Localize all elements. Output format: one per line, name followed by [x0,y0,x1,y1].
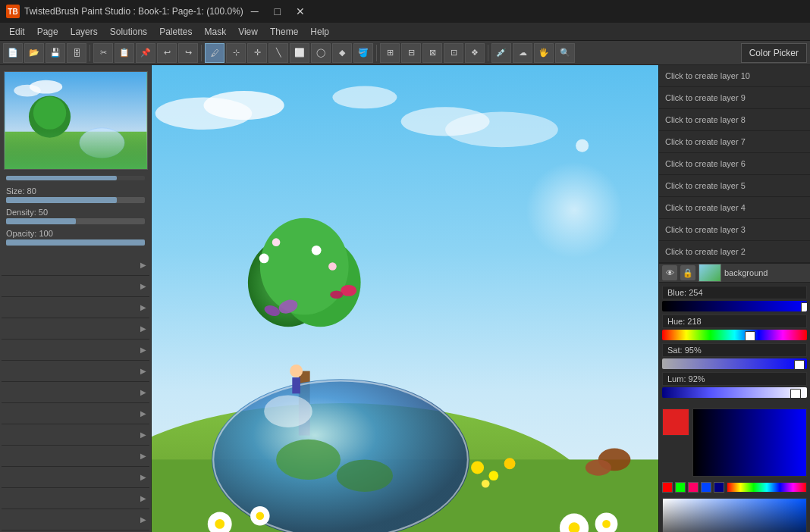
menu-mask[interactable]: Mask [198,25,232,39]
menu-edit[interactable]: Edit [3,25,31,39]
tb-ellipse-tool[interactable]: ◯ [311,43,331,63]
blue-slider-handle[interactable] [801,302,807,311]
hue-slider[interactable] [662,330,807,340]
color-preset-blue[interactable] [701,482,711,493]
brush-item-6[interactable]: ▶ [2,361,149,382]
svg-point-6 [29,80,61,94]
tb-grid1[interactable]: ⊞ [380,43,400,63]
tb-smudge[interactable]: ☁ [513,43,532,63]
color-preset-pink[interactable] [688,482,699,493]
tb-grid2[interactable]: ⊟ [401,43,421,63]
layer-item-7[interactable]: Click to create layer 7 [659,131,810,153]
tb-eyedropper[interactable]: 💉 [491,43,511,63]
brush-item-12[interactable]: ▶ [2,488,149,509]
brush-item-7[interactable]: ▶ [2,382,149,403]
layer-item-10[interactable]: Click to create layer 10 [659,65,810,87]
layer-item-6[interactable]: Click to create layer 6 [659,153,810,175]
size-bar-row [0,176,151,183]
layer-lock-icon[interactable]: 🔒 [680,265,695,280]
tb-diamond-tool[interactable]: ◆ [332,43,352,63]
density-slider-track[interactable] [6,218,145,224]
layer-item-8[interactable]: Click to create layer 8 [659,109,810,131]
layer-item-2[interactable]: Click to create layer 2 [659,241,810,263]
lum-slider[interactable] [662,387,807,398]
layer-item-9[interactable]: Click to create layer 9 [659,87,810,109]
size-label: Size: 80 [6,186,145,196]
brush-item-11[interactable]: ▶ [2,467,149,488]
brush-item-5[interactable]: ▶ [2,340,149,361]
hue-slider-handle[interactable] [745,331,755,340]
menu-help[interactable]: Help [304,25,335,39]
tb-zoom[interactable]: 🔍 [555,43,575,63]
layer-thumbnail [699,264,721,282]
brush-arrow-4: ▶ [140,324,146,333]
hue-strip[interactable] [727,482,807,493]
menu-solutions[interactable]: Solutions [104,25,153,39]
menu-theme[interactable]: Theme [264,25,304,39]
brush-item-4[interactable]: ▶ [2,318,149,340]
tb-hand[interactable]: 🖐 [534,43,554,63]
menu-view[interactable]: View [232,25,264,39]
layer-item-5[interactable]: Click to create layer 5 [659,175,810,197]
lum-slider-handle[interactable] [790,389,801,398]
tb-grid3[interactable]: ⊠ [422,43,442,63]
size-slider-track[interactable] [6,197,145,203]
brush-item-13[interactable]: ▶ [2,509,149,530]
canvas-area[interactable] [152,65,658,532]
tb-select-tool[interactable]: ⊹ [226,43,246,63]
tb-grid5[interactable]: ❖ [465,43,485,63]
brush-item-1[interactable]: ▶ [2,255,149,276]
opacity-slider-track[interactable] [6,239,145,246]
tb-sep3 [376,45,377,61]
menu-palettes[interactable]: Palettes [153,25,198,39]
density-slider-row: Density: 50 [6,208,145,224]
brush-item-9[interactable]: ▶ [2,424,149,446]
tb-redo[interactable]: ↪ [178,43,198,63]
svg-point-13 [526,161,622,258]
tb-brush-tool[interactable]: 🖊 [205,43,224,63]
color-preset-red[interactable] [662,482,673,493]
tb-move-tool[interactable]: ✛ [247,43,267,63]
maximize-button[interactable]: □ [266,0,289,23]
layer-item-4[interactable]: Click to create layer 4 [659,197,810,219]
svg-point-42 [215,519,224,529]
brush-item-10[interactable]: ▶ [2,446,149,467]
tb-open[interactable]: 📂 [24,43,44,63]
color-picker-tab[interactable]: Color Picker [741,43,807,63]
color-preset-green[interactable] [675,482,686,493]
svg-point-44 [256,512,265,520]
tb-save[interactable]: 💾 [46,43,65,63]
tb-new[interactable]: 📄 [3,43,23,63]
layer-item-3[interactable]: Click to create layer 3 [659,219,810,241]
menu-page[interactable]: Page [31,25,64,39]
sat-slider-handle[interactable] [794,360,805,369]
tb-line-tool[interactable]: ╲ [268,43,288,63]
minimize-button[interactable]: ─ [243,0,266,23]
layer-visibility-icon[interactable]: 👁 [662,265,677,280]
sat-slider[interactable] [662,358,807,369]
main-area: Size: 80 Density: 50 Opacity: 100 [0,65,810,532]
brush-item-3[interactable]: ▶ [2,297,149,318]
tb-grid4[interactable]: ⊡ [444,43,463,63]
sat-slider-row: Sat: 95% [662,343,807,369]
menu-layers[interactable]: Layers [64,25,104,39]
tb-cut[interactable]: ✂ [93,43,113,63]
color-gradient-main[interactable] [692,408,807,477]
active-color-swatch[interactable] [662,408,689,436]
blue-slider[interactable] [662,301,807,311]
tb-rect-tool[interactable]: ⬜ [290,43,309,63]
color-picker-gradient[interactable] [662,498,807,532]
color-preset-navy[interactable] [714,482,724,493]
tb-copy[interactable]: 📋 [115,43,134,63]
density-slider-fill [6,218,76,224]
hue-value-display: Hue: 218 [662,315,807,328]
brush-item-8[interactable]: ▶ [2,403,149,424]
brush-item-2[interactable]: ▶ [2,276,149,297]
close-button[interactable]: ✕ [289,0,312,23]
canvas-bg [152,65,658,532]
tb-save2[interactable]: 🗄 [67,43,86,63]
size-fill [6,176,117,180]
tb-paste[interactable]: 📌 [136,43,155,63]
tb-fill-tool[interactable]: 🪣 [353,43,373,63]
tb-undo[interactable]: ↩ [157,43,177,63]
